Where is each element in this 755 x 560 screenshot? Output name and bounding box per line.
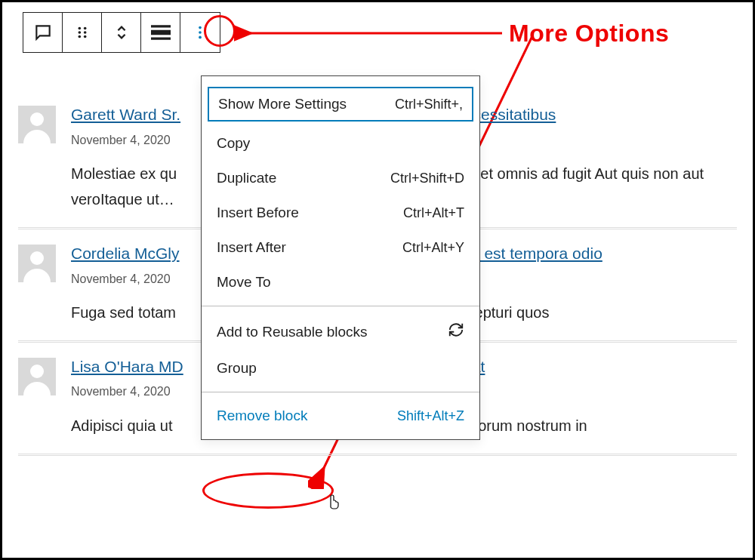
menu-group[interactable]: Group: [202, 351, 479, 386]
move-up-down-button[interactable]: [102, 13, 141, 52]
menu-item-label: Insert Before: [217, 205, 299, 221]
svg-point-0: [78, 27, 81, 30]
align-button[interactable]: [141, 13, 180, 52]
menu-copy[interactable]: Copy: [202, 126, 479, 161]
menu-add-reusable[interactable]: Add to Reusable blocks: [202, 312, 479, 351]
comment-author-link[interactable]: Cordelia McGly: [71, 245, 180, 262]
menu-item-label: Move To: [217, 274, 270, 291]
avatar: [18, 106, 56, 143]
menu-item-label: Group: [217, 360, 257, 377]
svg-rect-6: [151, 25, 171, 27]
menu-insert-after[interactable]: Insert After Ctrl+Alt+Y: [202, 230, 479, 265]
menu-move-to[interactable]: Move To: [202, 265, 479, 300]
menu-item-label: Duplicate: [217, 170, 276, 186]
svg-point-3: [83, 31, 86, 34]
svg-point-9: [199, 26, 202, 29]
chevrons-vertical-icon: [113, 24, 130, 41]
menu-item-label: Remove block: [217, 408, 307, 424]
menu-duplicate[interactable]: Duplicate Ctrl+Shift+D: [202, 161, 479, 195]
avatar: [18, 358, 56, 395]
menu-insert-before[interactable]: Insert Before Ctrl+Alt+T: [202, 195, 479, 230]
menu-item-label: Add to Reusable blocks: [217, 324, 368, 340]
menu-remove-block[interactable]: Remove block Shift+Alt+Z: [202, 398, 479, 433]
svg-point-1: [83, 27, 86, 30]
comment-icon: [33, 23, 53, 42]
menu-item-shortcut: Ctrl+Shift+D: [390, 171, 464, 186]
drag-handle-button[interactable]: [63, 13, 102, 52]
drag-icon: [74, 24, 91, 41]
menu-show-more-settings[interactable]: Show More Settings Ctrl+Shift+,: [208, 87, 473, 122]
more-options-button[interactable]: [180, 13, 220, 52]
svg-point-4: [78, 35, 81, 38]
svg-point-2: [78, 31, 81, 34]
menu-item-shortcut: Shift+Alt+Z: [397, 408, 464, 424]
svg-rect-8: [151, 38, 171, 40]
menu-item-label: Copy: [217, 135, 250, 152]
block-toolbar: [23, 12, 220, 53]
svg-rect-7: [151, 30, 171, 35]
block-type-button[interactable]: [23, 13, 63, 52]
reuse-icon: [448, 322, 464, 342]
more-vertical-icon: [192, 24, 208, 41]
menu-item-shortcut: Ctrl+Alt+Y: [402, 240, 464, 256]
menu-item-shortcut: Ctrl+Alt+T: [403, 205, 464, 221]
comment-post-link[interactable]: us est tempora odio: [463, 245, 602, 262]
svg-point-10: [199, 31, 202, 34]
align-wide-icon: [151, 25, 171, 40]
svg-point-5: [83, 35, 86, 38]
menu-item-label: Insert After: [217, 239, 286, 256]
menu-item-label: Show More Settings: [218, 96, 347, 112]
block-options-menu: Show More Settings Ctrl+Shift+, Copy Dup…: [201, 75, 480, 440]
comment-author-link[interactable]: Lisa O'Hara MD: [71, 358, 183, 375]
avatar: [18, 245, 56, 282]
menu-item-shortcut: Ctrl+Shift+,: [395, 97, 463, 112]
comment-author-link[interactable]: Garett Ward Sr.: [71, 106, 180, 123]
svg-point-11: [199, 36, 202, 39]
